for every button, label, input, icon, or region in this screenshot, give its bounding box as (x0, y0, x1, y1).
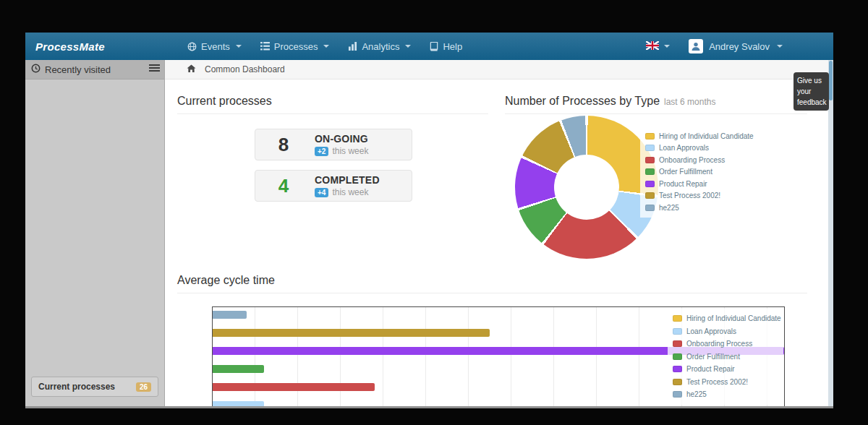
navbar-right: Andrey Svalov (646, 39, 833, 53)
legend-label: Product Repair (659, 180, 707, 188)
user-name: Andrey Svalov (709, 41, 770, 52)
legend-label: Hiring of Individual Candidate (659, 132, 754, 140)
legend-label: Loan Approvals (686, 327, 736, 335)
main-menu: EventsProcessesAnalyticsHelp (178, 33, 472, 60)
legend-swatch (645, 192, 655, 199)
legend-label: Order Fulfillment (659, 168, 712, 176)
section-title: Average cycle time (177, 274, 807, 293)
bar-order-fulfillment (213, 365, 264, 373)
scrollbar-track[interactable] (828, 60, 833, 406)
legend-swatch (673, 340, 682, 347)
menu-item-processes[interactable]: Processes (251, 33, 339, 60)
language-flag-icon (646, 40, 659, 53)
legend-row: Loan Approvals (673, 325, 778, 338)
menu-item-label: Analytics (362, 41, 399, 52)
top-navbar: ProcessMate EventsProcessesAnalyticsHelp… (25, 33, 833, 60)
breadcrumb-label[interactable]: Common Dashboard (205, 64, 285, 74)
legend-row: he225 (673, 388, 778, 401)
stat-value: 8 (255, 134, 312, 156)
sidebar-item-label: Current processes (38, 382, 115, 392)
section-subtitle: last 6 months (664, 97, 715, 107)
legend-swatch (673, 379, 682, 385)
legend-label: Order Fulfillment (686, 353, 740, 361)
legend-swatch (673, 366, 682, 372)
section-title: Number of Processes by Typelast 6 months (505, 95, 807, 114)
legend-label: Hiring of Individual Candidate (686, 314, 781, 322)
legend-label: Loan Approvals (659, 144, 709, 152)
chevron-down-icon (236, 45, 242, 48)
chevron-down-icon (323, 45, 329, 48)
user-avatar-icon (689, 39, 703, 53)
stat-label: COMPLETED (315, 174, 380, 186)
chevron-down-icon (405, 45, 411, 48)
home-icon[interactable] (187, 64, 196, 75)
legend-row: Order Fulfillment (673, 351, 778, 364)
legend-row: Hiring of Individual Candidate (673, 312, 778, 325)
chevron-down-icon (777, 45, 783, 48)
stat-cards: 8ON-GOING+2this week4COMPLETED+4this wee… (255, 129, 412, 202)
legend-swatch (645, 168, 655, 175)
legend-label: Onboarding Process (659, 156, 725, 164)
stat-period: this week (332, 146, 368, 156)
legend-label: Test Process 2002! (686, 378, 748, 386)
legend-swatch (645, 181, 655, 187)
sidebar-header: Recently visited (25, 60, 164, 80)
legend-row: Test Process 2002! (645, 190, 749, 202)
stat-card-completed: 4COMPLETED+4this week (255, 170, 412, 202)
sidebar-toggle-icon[interactable] (149, 64, 160, 73)
app-logo[interactable]: ProcessMate (25, 40, 165, 53)
sidebar: Recently visited Current processes 26 (25, 60, 165, 406)
menu-item-label: Help (443, 41, 462, 52)
menu-item-analytics[interactable]: Analytics (339, 33, 420, 60)
stat-period: this week (332, 187, 368, 197)
stat-label: ON-GOING (315, 133, 368, 145)
donut-legend: Hiring of Individual CandidateLoan Appro… (640, 126, 754, 218)
feedback-tab[interactable]: Give usyourfeedback (793, 72, 829, 111)
section-current-processes: Current processes 8ON-GOING+2this week4C… (177, 95, 488, 211)
legend-swatch (673, 315, 682, 322)
globe-icon (187, 42, 197, 51)
legend-row: Product Repair (673, 363, 778, 376)
delta-badge: +2 (315, 147, 328, 156)
bar-loan-approvals (213, 401, 264, 406)
book-icon (430, 42, 438, 51)
legend-swatch (673, 391, 682, 398)
sidebar-header-label: Recently visited (45, 64, 111, 75)
legend-label: Test Process 2002! (659, 192, 720, 199)
bar-onboarding-process (213, 383, 375, 391)
legend-swatch (673, 328, 682, 335)
scrollbar-thumb[interactable] (829, 61, 833, 100)
legend-row: Hiring of Individual Candidate (645, 130, 749, 142)
legend-row: Product Repair (645, 178, 749, 190)
legend-label: he225 (659, 204, 679, 212)
stat-card-on-going: 8ON-GOING+2this week (255, 129, 412, 160)
feedback-tab-line: feedback (797, 97, 825, 108)
legend-label: he225 (686, 390, 707, 398)
list-icon (260, 42, 270, 51)
donut-chart (515, 116, 658, 259)
language-dropdown[interactable] (646, 40, 670, 53)
feedback-tab-line: your (797, 86, 825, 97)
legend-row: Onboarding Process (673, 338, 778, 351)
menu-item-label: Events (201, 41, 230, 52)
legend-row: Onboarding Process (645, 154, 749, 166)
legend-swatch (645, 157, 655, 163)
sidebar-item-current-processes[interactable]: Current processes 26 (31, 377, 158, 397)
legend-swatch (645, 145, 655, 151)
legend-swatch (645, 133, 655, 139)
breadcrumb: Common Dashboard (165, 60, 828, 80)
legend-row: he225 (645, 202, 749, 214)
count-badge: 26 (136, 382, 151, 392)
user-dropdown[interactable]: Andrey Svalov (689, 39, 783, 53)
legend-row: Order Fulfillment (645, 166, 749, 179)
menu-item-help[interactable]: Help (420, 33, 472, 60)
history-icon (31, 64, 41, 75)
bar-chart: Hiring of Individual CandidateLoan Appro… (212, 306, 785, 406)
menu-item-events[interactable]: Events (178, 33, 251, 60)
legend-row: Loan Approvals (645, 142, 749, 155)
app-window: ProcessMate EventsProcessesAnalyticsHelp… (25, 33, 833, 408)
legend-row: Test Process 2002! (673, 376, 778, 389)
main-content: Common Dashboard Current processes 8ON-G… (165, 60, 828, 406)
section-processes-by-type: Number of Processes by Typelast 6 months… (505, 95, 807, 114)
delta-badge: +4 (315, 188, 328, 197)
